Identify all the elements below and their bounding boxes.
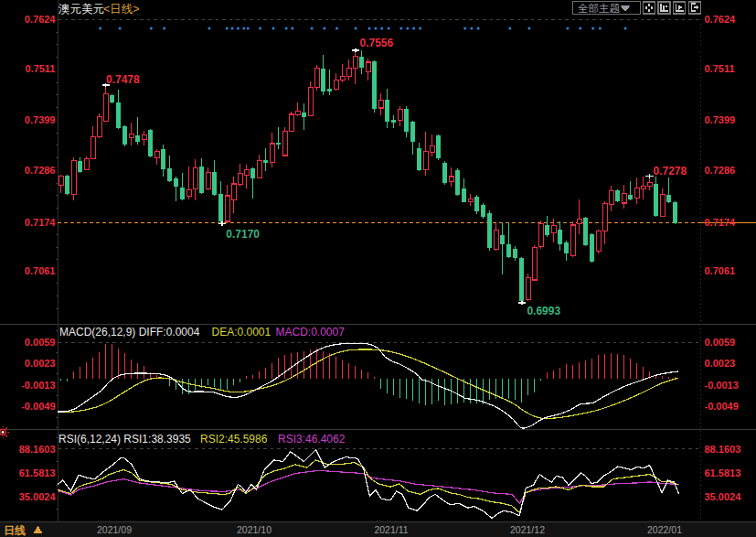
svg-text:0.7170: 0.7170 <box>226 228 260 241</box>
svg-text:DEA:0.0001: DEA:0.0001 <box>212 326 272 338</box>
svg-text:0.7399: 0.7399 <box>705 114 736 125</box>
svg-text:RSI2:45.5986: RSI2:45.5986 <box>200 433 268 446</box>
svg-text:-0.0049: -0.0049 <box>705 401 739 412</box>
svg-text:0.7478: 0.7478 <box>106 73 140 86</box>
svg-text:MACD(26,12,9) DIFF:0.0004: MACD(26,12,9) DIFF:0.0004 <box>59 326 200 338</box>
svg-text:2021/10: 2021/10 <box>237 524 272 535</box>
svg-text:0.7624: 0.7624 <box>25 14 57 25</box>
svg-text:0.0023: 0.0023 <box>25 358 56 369</box>
svg-text:0.7061: 0.7061 <box>25 265 56 276</box>
svg-text:0.7399: 0.7399 <box>25 114 56 125</box>
svg-text:全部主题: 全部主题 <box>578 3 621 14</box>
svg-text:<日线>: <日线> <box>103 3 140 16</box>
svg-text:0.0059: 0.0059 <box>25 337 56 348</box>
svg-text:88.1603: 88.1603 <box>19 444 56 455</box>
svg-text:2021/12: 2021/12 <box>510 524 545 535</box>
svg-text:日线: 日线 <box>4 524 26 537</box>
svg-text:0.7174: 0.7174 <box>25 217 57 228</box>
svg-text:2021/09: 2021/09 <box>97 524 132 535</box>
svg-text:0.7061: 0.7061 <box>705 265 736 276</box>
svg-text:0.0059: 0.0059 <box>705 337 736 348</box>
svg-text:0.7511: 0.7511 <box>705 63 735 74</box>
svg-text:-0.0049: -0.0049 <box>21 401 55 412</box>
svg-text:MACD:0.0007: MACD:0.0007 <box>276 326 346 338</box>
svg-text:0.7511: 0.7511 <box>25 63 55 74</box>
svg-text:RSI3:46.4062: RSI3:46.4062 <box>278 433 346 446</box>
svg-text:-0.0013: -0.0013 <box>705 380 739 391</box>
svg-text:0.7556: 0.7556 <box>360 37 394 49</box>
svg-text:61.5813: 61.5813 <box>705 467 741 478</box>
svg-text:0.0023: 0.0023 <box>705 358 736 369</box>
svg-text:2021/11: 2021/11 <box>374 524 408 535</box>
svg-text:2022/01: 2022/01 <box>647 524 682 535</box>
svg-text:0.7174: 0.7174 <box>705 217 737 228</box>
svg-text:88.1603: 88.1603 <box>705 444 741 455</box>
svg-text:澳元美元: 澳元美元 <box>59 3 104 16</box>
svg-text:0.7278: 0.7278 <box>654 165 687 177</box>
svg-text:0.6993: 0.6993 <box>527 305 560 317</box>
svg-text:61.5813: 61.5813 <box>19 467 56 478</box>
svg-text:-0.0013: -0.0013 <box>21 380 55 391</box>
svg-text:0.7286: 0.7286 <box>705 165 736 176</box>
svg-text:0.7624: 0.7624 <box>705 14 737 25</box>
svg-text:35.0024: 35.0024 <box>19 491 57 502</box>
svg-text:RSI(6,12,24) RSI1:38.3935: RSI(6,12,24) RSI1:38.3935 <box>59 433 191 446</box>
svg-text:0.7286: 0.7286 <box>25 165 56 176</box>
svg-text:35.0024: 35.0024 <box>705 491 742 502</box>
